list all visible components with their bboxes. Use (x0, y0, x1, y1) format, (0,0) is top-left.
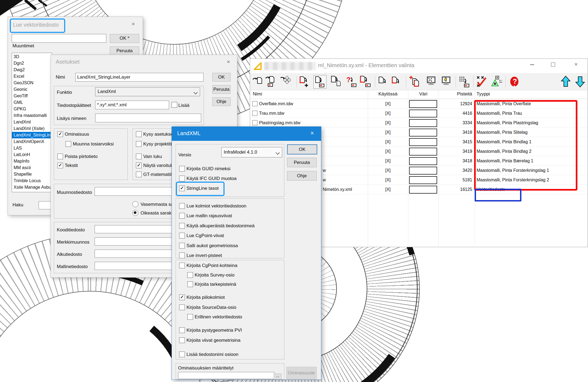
cell-type: Vektoritiedosto (477, 185, 505, 194)
function-label: Funktio (57, 90, 72, 95)
cell-type: Maastomalli, Pinta Forsterkningslag 2 (477, 175, 549, 185)
converter-list-item[interactable]: LandXml_StringLineLayer (12, 132, 52, 138)
converter-list-item[interactable]: Dwg2 (12, 67, 52, 73)
cancel-button[interactable]: Peruuta (110, 46, 139, 55)
converter-list-item[interactable]: Dgn2 (12, 60, 52, 67)
table-row[interactable]: Trau.mm.tdw[X]4416Maastomalli, Pinta Tra… (250, 108, 587, 118)
converter-list-item[interactable]: GML (12, 99, 52, 106)
cell-color-swatch[interactable] (409, 129, 437, 136)
checkbox-kirjoita-viivat-geometrioina[interactable] (179, 337, 185, 343)
cell-color-swatch[interactable] (409, 157, 437, 165)
close-icon[interactable]: × (310, 130, 314, 137)
checkbox-vain-luku[interactable] (136, 154, 142, 159)
checkbox-tekstit[interactable] (57, 163, 63, 168)
converter-list-item[interactable]: LandXmlOpenX (12, 138, 52, 145)
filename-input[interactable] (12, 34, 106, 43)
cancel-button[interactable]: Peruuta (287, 158, 317, 167)
converter-list-item[interactable]: GPKG (12, 106, 52, 112)
close-icon[interactable]: × (227, 59, 230, 64)
converter-list-item[interactable]: Shapefile (12, 171, 52, 178)
cell-color-swatch[interactable] (409, 119, 437, 127)
checkbox-n-yt-varoitukset[interactable] (136, 163, 142, 168)
checkbox-lue-mallin-rajausviivat[interactable] (179, 213, 185, 219)
converter-list-item[interactable]: Infra maastomalli (12, 112, 52, 119)
move-up-icon[interactable] (560, 76, 571, 88)
checkbox-kirjoita-cgpoint-kohteina[interactable] (179, 263, 185, 268)
properties-input[interactable] (178, 372, 274, 379)
row-checkbox[interactable] (252, 111, 257, 116)
cell-color-swatch[interactable] (409, 167, 437, 175)
table-row[interactable]: Plastringslag.mm.tdw[X]3334Maastomalli, … (250, 118, 587, 128)
converter-list-item[interactable]: LAS (12, 145, 52, 151)
write-options-group: Kirjoita CgPoint-kohteinaKirjoita Survey… (176, 260, 284, 359)
checkbox-poista-piirtotieto[interactable] (57, 154, 63, 159)
checkbox-lue-cgpoint-viivat[interactable] (179, 233, 185, 238)
cell-points: 3418 (440, 128, 472, 137)
ok-button[interactable]: OK * (110, 34, 139, 43)
checkbox-kirjoita-tarkepistein-[interactable] (187, 281, 193, 287)
checkbox-lue-invert-pisteet[interactable] (179, 253, 185, 258)
cell-color-swatch[interactable] (409, 100, 437, 108)
checkbox-kirjoita-sourcedata-osio[interactable] (179, 305, 185, 310)
cell-color-swatch[interactable] (409, 186, 437, 194)
checkbox-kirjoita-piilokolmiot[interactable] (179, 294, 185, 300)
converter-list-item[interactable]: 3D (12, 54, 52, 60)
converter-list-item[interactable]: GeoTiff (12, 93, 52, 99)
help-button[interactable]: Ohje (287, 171, 317, 181)
cell-points: 16125 (440, 185, 472, 194)
row-checkbox[interactable] (252, 101, 257, 106)
close-icon[interactable]: × (132, 21, 135, 27)
cell-color-swatch[interactable] (409, 148, 437, 156)
checkbox-k-yt-ifc-guid-muotoa[interactable] (179, 176, 185, 181)
checkbox-stringline-tasot[interactable] (179, 185, 185, 191)
converter-list-item[interactable]: Geonic (12, 86, 52, 93)
checkbox-muunna-tosiarvoiksi[interactable] (66, 141, 71, 147)
cell-used: [X] (368, 137, 408, 147)
checkbox-gt-matematiikka[interactable] (136, 172, 142, 177)
checkbox-k-yt-alkuper-ist-tiedostonime-[interactable] (179, 223, 185, 229)
checkbox-ominaisuus[interactable] (57, 131, 63, 137)
help-button[interactable]: Ohje (212, 97, 231, 106)
checkbox-kirjoita-survey-osio[interactable] (187, 272, 193, 278)
table-row[interactable]: Overflate.mm.tdw[X]12924Maastomalli, Pin… (250, 99, 587, 108)
checkbox-kysy-asetukset[interactable] (136, 131, 142, 137)
checkbox-lue-kolmiot-vektoritiedostoon[interactable] (179, 203, 185, 209)
cell-color-swatch[interactable] (409, 110, 437, 117)
append-input[interactable] (95, 114, 201, 122)
converter-list-item[interactable]: Excel (12, 73, 52, 80)
function-combobox[interactable]: LandXml (95, 87, 200, 96)
name-input[interactable] (75, 73, 204, 82)
radio-left-to-right[interactable] (132, 201, 138, 207)
checkbox-salli-aukot-geometrioissa[interactable] (179, 243, 185, 249)
cell-color-swatch[interactable] (409, 176, 437, 184)
version-combobox[interactable]: InfraModel 4.1.0 (221, 147, 282, 157)
converter-list-item[interactable]: MapInfo (12, 158, 52, 164)
radio-right-to-left[interactable] (132, 210, 138, 216)
row-checkbox[interactable] (252, 120, 257, 125)
converter-list[interactable]: 3DDgn2Dwg2ExcelGeoJSONGeonicGeoTiffGMLGP… (12, 53, 52, 192)
converter-list-item[interactable]: LatLonH (12, 151, 52, 158)
converter-list-item[interactable]: Trimble Locus (12, 178, 52, 184)
converter-list-item[interactable]: GeoJSON (12, 80, 52, 86)
ok-button[interactable]: OK (287, 144, 317, 154)
checkbox-kirjoita-pystygeometria-pvi[interactable] (179, 327, 185, 333)
ok-button[interactable]: OK (212, 73, 231, 82)
browse-button[interactable]: ... (274, 374, 281, 380)
cell-color-swatch[interactable] (409, 138, 437, 146)
extensions-input[interactable] (95, 101, 169, 109)
landxml-titlebar[interactable]: LandXML × (172, 127, 321, 141)
converter-list-item[interactable]: LandXml (Xsite) (12, 125, 52, 132)
cell-name: w (323, 166, 326, 175)
move-down-icon[interactable] (575, 76, 586, 88)
checkbox-lis-tiedostonimi-osioon[interactable] (179, 352, 185, 357)
converter-list-item[interactable]: LandXml (12, 119, 52, 125)
checkbox-kysy-projektitiedot[interactable] (136, 141, 142, 147)
converter-list-item[interactable]: MM ascii (12, 164, 52, 171)
converter-list-item[interactable]: Xsite Manage Asbuilt (12, 184, 52, 191)
checkbox-erillinen-vektoritiedosto[interactable] (187, 314, 193, 320)
checkbox-kirjoita-guid-nimeksi[interactable] (179, 166, 185, 172)
dialog-title: Lue vektoritiedosto (13, 22, 59, 28)
checkbox-label: Kirjoita viivat geometrioina (186, 338, 240, 343)
add-checkbox[interactable] (172, 102, 177, 108)
cancel-button[interactable]: Peruuta (212, 85, 231, 94)
